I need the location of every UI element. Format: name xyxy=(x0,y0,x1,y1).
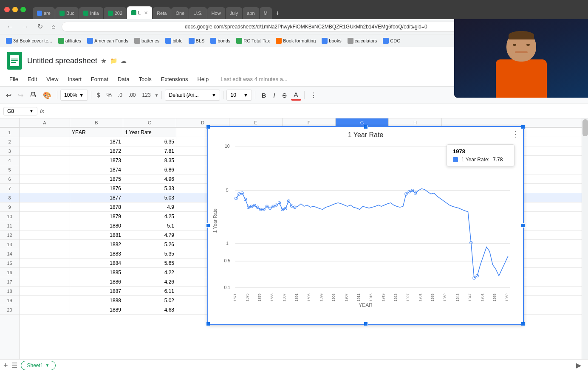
menu-file[interactable]: File xyxy=(5,74,23,84)
row-num-16[interactable]: 16 xyxy=(0,268,19,277)
redo-button[interactable]: ↪ xyxy=(15,90,26,101)
cell-c8[interactable]: 5.03 xyxy=(123,193,176,202)
currency-button[interactable]: $ xyxy=(94,90,103,100)
menu-insert[interactable]: Insert xyxy=(63,74,86,84)
col-header-g[interactable]: G xyxy=(336,118,389,127)
cell-b4[interactable]: 1873 xyxy=(70,156,123,165)
sheet-list-button[interactable]: ☰ xyxy=(11,361,17,369)
row-num-3[interactable]: 3 xyxy=(0,146,19,156)
cell-c9[interactable]: 4.9 xyxy=(123,202,176,211)
row-num-7[interactable]: 7 xyxy=(0,184,19,193)
menu-data[interactable]: Data xyxy=(113,74,133,84)
cell-c7[interactable]: 5.33 xyxy=(123,184,176,193)
resize-handle-b[interactable] xyxy=(364,322,368,326)
col-header-d[interactable]: D xyxy=(176,118,229,127)
cell-c18[interactable]: 6.11 xyxy=(123,287,176,295)
bookmark-1[interactable]: 3d Book cover te... xyxy=(3,37,55,45)
bookmark-9[interactable]: Book formatting xyxy=(273,37,318,45)
forward-button[interactable]: → xyxy=(20,22,31,31)
row-num-17[interactable]: 17 xyxy=(0,277,19,287)
font-selector[interactable]: Default (Ari... ▼ xyxy=(165,90,220,101)
row-num-4[interactable]: 4 xyxy=(0,156,19,165)
cell-b5[interactable]: 1874 xyxy=(70,165,123,174)
tab-5-active[interactable]: L ✕ xyxy=(127,6,152,19)
row-num-5[interactable]: 5 xyxy=(0,165,19,174)
italic-button[interactable]: I xyxy=(270,90,278,100)
tab-3[interactable]: Infla xyxy=(79,7,103,19)
row-num-12[interactable]: 12 xyxy=(0,230,19,240)
bookmark-7[interactable]: bonds xyxy=(208,37,233,45)
cell-c3[interactable]: 7.81 xyxy=(123,146,176,155)
cell-b19[interactable]: 1888 xyxy=(70,296,123,305)
cell-b3[interactable]: 1872 xyxy=(70,146,123,155)
row-num-13[interactable]: 13 xyxy=(0,240,19,249)
cell-c14[interactable]: 5.35 xyxy=(123,249,176,258)
cell-c17[interactable]: 4.26 xyxy=(123,277,176,286)
fullscreen-btn[interactable] xyxy=(20,7,26,12)
cell-a1[interactable] xyxy=(20,128,70,137)
cell-b6[interactable]: 1875 xyxy=(70,174,123,183)
row-num-9[interactable]: 9 xyxy=(0,202,19,212)
row-num-18[interactable]: 18 xyxy=(0,287,19,296)
cell-b20[interactable]: 1889 xyxy=(70,305,123,314)
minimize-btn[interactable] xyxy=(12,7,18,12)
row-num-6[interactable]: 6 xyxy=(0,174,19,184)
menu-extensions[interactable]: Extensions xyxy=(157,74,192,84)
cell-b13[interactable]: 1882 xyxy=(70,240,123,249)
undo-button[interactable]: ↩ xyxy=(3,90,14,101)
bookmark-4[interactable]: batteries xyxy=(132,37,162,45)
menu-edit[interactable]: Edit xyxy=(23,74,41,84)
col-header-h[interactable]: H xyxy=(389,118,442,127)
tab-10[interactable]: July xyxy=(226,7,243,19)
move-icon[interactable]: 📁 xyxy=(110,57,117,64)
row-num-15[interactable]: 15 xyxy=(0,259,19,268)
formula-input[interactable] xyxy=(47,107,585,115)
strikethrough-button[interactable]: S xyxy=(280,90,290,100)
resize-handle-tr[interactable] xyxy=(521,125,525,129)
cell-b8[interactable]: 1877 xyxy=(70,193,123,202)
col-header-b[interactable]: B xyxy=(70,118,123,127)
menu-help[interactable]: Help xyxy=(193,74,213,84)
percent-button[interactable]: % xyxy=(104,90,114,100)
resize-handle-br[interactable] xyxy=(521,322,525,326)
resize-handle-t[interactable] xyxy=(364,125,368,129)
zoom-selector[interactable]: 100% ▼ xyxy=(60,90,88,101)
add-sheet-button[interactable]: + xyxy=(3,362,8,369)
close-btn[interactable] xyxy=(4,7,10,12)
cell-reference[interactable]: G8 ▼ xyxy=(3,107,37,115)
tab-4[interactable]: 202 xyxy=(104,7,127,19)
back-button[interactable]: ← xyxy=(4,22,16,31)
tab-9[interactable]: How xyxy=(207,7,225,19)
tab-8[interactable]: U.S. xyxy=(189,7,206,19)
chart-menu-button[interactable]: ⋮ xyxy=(512,129,520,139)
row-num-19[interactable]: 19 xyxy=(0,296,19,305)
col-header-a[interactable]: A xyxy=(20,118,70,127)
row-num-8[interactable]: 8 xyxy=(0,193,19,202)
resize-handle-r[interactable] xyxy=(521,223,525,228)
bookmark-8[interactable]: RC Total Tax xyxy=(234,37,272,45)
bookmark-11[interactable]: calculators xyxy=(345,37,380,45)
bold-button[interactable]: B xyxy=(258,90,269,100)
star-icon[interactable]: ★ xyxy=(101,57,107,65)
cell-b14[interactable]: 1883 xyxy=(70,249,123,258)
cell-c11[interactable]: 5.1 xyxy=(123,221,176,230)
cell-c1[interactable]: 1 Year Rate xyxy=(123,128,176,137)
cell-b17[interactable]: 1886 xyxy=(70,277,123,286)
row-num-1[interactable]: 1 xyxy=(0,128,19,137)
cell-b7[interactable]: 1876 xyxy=(70,184,123,193)
tab-2[interactable]: Buc xyxy=(55,7,79,19)
decimal-less-button[interactable]: .0 xyxy=(116,91,125,99)
col-header-f[interactable]: F xyxy=(283,118,336,127)
tab-1[interactable]: are xyxy=(33,7,55,19)
home-button[interactable]: ⌂ xyxy=(49,22,58,31)
sheet-tab-1[interactable]: Sheet1 ▼ xyxy=(21,361,56,370)
cell-c13[interactable]: 5.26 xyxy=(123,240,176,249)
cell-c6[interactable]: 4.96 xyxy=(123,174,176,183)
more-formats-button[interactable]: ⋮ xyxy=(308,90,319,101)
cell-b9[interactable]: 1878 xyxy=(70,202,123,211)
col-header-c[interactable]: C xyxy=(123,118,176,127)
cell-c19[interactable]: 5.02 xyxy=(123,296,176,305)
font-size-selector[interactable]: 10 ▼ xyxy=(226,90,252,101)
tab-11[interactable]: abn xyxy=(243,7,259,19)
tab-new[interactable]: + xyxy=(272,7,283,19)
